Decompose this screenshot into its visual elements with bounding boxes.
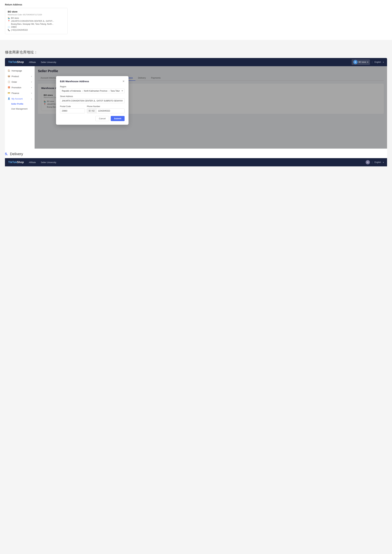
card-name: BO store: [8, 10, 65, 13]
sidebar-item-order[interactable]: 📋 Order ▾: [5, 79, 35, 85]
section5-heading: 5. Delivery: [5, 149, 387, 158]
sidebar-finance-label: Finance: [12, 92, 19, 94]
region-label: Region: [60, 85, 125, 88]
bottom-navbar: TikTokShop Affiliate Seller University U…: [5, 158, 387, 166]
street-label: Street Address: [60, 95, 125, 97]
section5-text: Delivery: [10, 152, 23, 156]
bottom-nav-link-seller-university[interactable]: Seller University: [41, 161, 56, 164]
modal-header: Edit Warehouse Address ✕: [60, 80, 125, 83]
cancel-button[interactable]: Cancel: [95, 116, 109, 121]
store-name-label: BO store: [358, 61, 366, 63]
sidebar-item-product[interactable]: 📦 Product ▾: [5, 73, 35, 79]
sidebar-sub-menu: Seller Profile User Management: [5, 102, 35, 111]
store-selector[interactable]: B BO store ▾: [352, 59, 370, 65]
address2-row: 📍 Buang Baru, Sesayap Hilir, Tana Tidung…: [8, 23, 65, 25]
section-heading: 修改商家仓库地址：: [5, 50, 387, 55]
phone-row: 📞 (+62)12342045322: [8, 29, 65, 31]
top-section: Return Address BO store Warehouse Code: …: [0, 0, 392, 40]
phone-text: (+62)12342045322: [11, 29, 28, 31]
modal-title: Edit Warehouse Address: [60, 80, 89, 83]
finance-chevron-icon: ▾: [31, 92, 32, 94]
sidebar-item-homepage[interactable]: 🏠 Homepage: [5, 68, 35, 73]
content-area: Seller Profile Account Information Selle…: [35, 66, 387, 149]
tiktok-navbar: TikTokShop Affiliate Seller University B…: [5, 58, 387, 66]
product-chevron-icon: ▾: [31, 76, 32, 77]
nav-link-affiliate[interactable]: Affiliate: [29, 61, 36, 63]
phone-input-wrapper: ID +62: [87, 108, 125, 113]
lang-selector[interactable]: English: [375, 61, 381, 63]
section5-number: 5.: [5, 152, 8, 156]
myaccount-chevron-icon: ▴: [31, 98, 32, 100]
modal-close-button[interactable]: ✕: [122, 80, 125, 83]
sidebar-order-label: Order: [12, 81, 17, 83]
sidebar-item-myaccount[interactable]: 👤 My Account ▴: [5, 96, 35, 102]
modal-backdrop: Edit Warehouse Address ✕ Region Republic…: [35, 66, 387, 149]
postal-phone-row: Postal Code Phone Number ID +62: [60, 105, 125, 115]
nav-link-seller-university[interactable]: Seller University: [41, 61, 56, 63]
product-icon: 📦: [7, 75, 10, 78]
bottom-lang-selector[interactable]: English: [375, 161, 381, 163]
bottom-tiktok-logo: TikTokShop: [8, 161, 24, 164]
sidebar-sub-seller-profile[interactable]: Seller Profile: [5, 102, 35, 106]
sidebar-item-finance[interactable]: 💳 Finance ▾: [5, 90, 35, 96]
card-code: Warehouse Code: 6917540455471171329: [8, 14, 65, 16]
location-icon: 📍: [8, 20, 10, 22]
store-chevron-icon: ▾: [367, 61, 368, 63]
sidebar-homepage-label: Homepage: [12, 69, 22, 72]
postal-row: ✉️ 23683: [8, 26, 65, 28]
address2-text: Buang Baru, Sesayap Hilir, Tana Tidung, …: [11, 23, 54, 25]
promotion-chevron-icon: ▾: [31, 87, 32, 89]
phone-col: Phone Number ID +62: [87, 105, 125, 115]
modal-actions: Cancel Submit: [60, 116, 125, 121]
sidebar: 🏠 Homepage 📦 Product ▾ 📋 Order ▾ 🎁 Promo…: [5, 66, 35, 149]
promotion-icon: 🎁: [7, 86, 10, 89]
order-icon: 📋: [7, 81, 10, 83]
return-address-label: Return Address: [5, 3, 387, 6]
phone-number-input[interactable]: [96, 109, 124, 113]
bottom-nav-right: U | English ▾: [366, 160, 384, 164]
postal-code-input[interactable]: [60, 108, 85, 113]
mail-icon: ✉️: [8, 26, 10, 28]
bottom-nav-link-affiliate[interactable]: Affiliate: [29, 161, 36, 164]
store-avatar: B: [353, 60, 357, 64]
phone-icon: 📞: [8, 29, 10, 31]
bottom-nav-divider: |: [372, 161, 372, 164]
address1-text: JAKARTA CONVENTION CENTER JL. GATOT...: [11, 20, 54, 22]
phone-label: Phone Number: [87, 105, 125, 108]
myaccount-icon: 👤: [7, 97, 10, 100]
bottom-lang-chevron-icon: ▾: [383, 161, 384, 163]
postal-label: Postal Code: [60, 105, 85, 108]
heading-section: 修改商家仓库地址：: [0, 43, 392, 58]
edit-warehouse-modal: Edit Warehouse Address ✕ Region Republic…: [56, 76, 128, 125]
sidebar-product-label: Product: [12, 75, 19, 78]
return-address-card: BO store Warehouse Code: 691754045547117…: [5, 8, 68, 34]
bottom-store-avatar: U: [366, 160, 370, 164]
phone-prefix: ID +62: [87, 109, 96, 113]
street-address-input[interactable]: [60, 98, 125, 103]
screenshot-wrapper: TikTokShop Affiliate Seller University B…: [0, 58, 392, 171]
finance-icon: 💳: [7, 92, 10, 94]
postal-text: 23683: [11, 26, 16, 28]
postal-col: Postal Code: [60, 105, 85, 115]
region-dropdown[interactable]: Republic of Indonesia → North Kalimantan…: [60, 89, 125, 93]
store-row: 🏪 BO store: [8, 17, 65, 19]
submit-button[interactable]: Submit: [111, 116, 125, 121]
nav-divider: |: [372, 61, 372, 63]
address1-row: 📍 JAKARTA CONVENTION CENTER JL. GATOT...: [8, 20, 65, 22]
store-name: BO store: [11, 17, 19, 19]
sidebar-promotion-label: Promotion: [12, 86, 21, 89]
home-icon: 🏠: [7, 69, 10, 72]
main-layout: 🏠 Homepage 📦 Product ▾ 📋 Order ▾ 🎁 Promo…: [5, 66, 387, 149]
tiktok-logo: TikTokShop: [8, 61, 24, 64]
sidebar-myaccount-label: My Account: [12, 97, 23, 100]
order-chevron-icon: ▾: [31, 81, 32, 83]
sidebar-item-promotion[interactable]: 🎁 Promotion ▾: [5, 85, 35, 90]
lang-chevron-icon: ▾: [383, 61, 384, 63]
store-icon: 🏪: [8, 17, 10, 19]
nav-right: B BO store ▾ | English ▾: [352, 59, 384, 65]
sidebar-sub-user-management[interactable]: User Management: [5, 106, 35, 111]
